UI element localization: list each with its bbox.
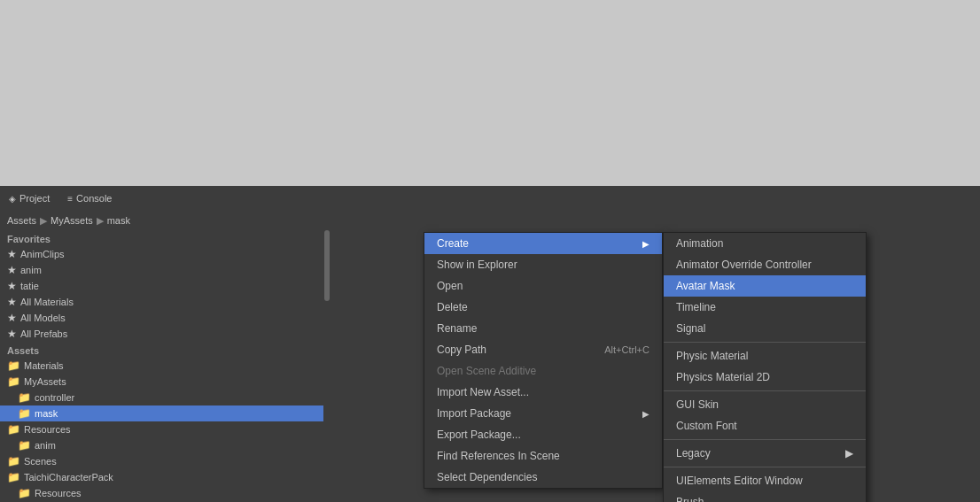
sidebar-item-controller[interactable]: 📁 controller — [0, 390, 328, 405]
sidebar-label-resources: Resources — [24, 424, 71, 435]
sidebar-item-anim[interactable]: ★ anim — [0, 262, 328, 278]
select-dependencies-label: Select Dependencies — [437, 471, 537, 483]
sidebar-item-myassets[interactable]: 📁 MyAssets — [0, 374, 328, 390]
sidebar-label-tatie: tatie — [20, 281, 39, 291]
tab-console-label: Console — [76, 193, 112, 204]
folder-icon: 📁 — [18, 439, 31, 452]
context-menu-select-dependencies[interactable]: Select Dependencies — [424, 467, 662, 488]
star-icon: ★ — [7, 312, 17, 324]
sidebar-label-all-models: All Models — [20, 313, 66, 323]
sidebar-item-animclips[interactable]: ★ AnimClips — [0, 246, 328, 262]
sidebar-item-resources[interactable]: 📁 Resources — [0, 421, 328, 437]
sidebar: Favorites ★ AnimClips ★ anim ★ tatie ★ A… — [0, 230, 328, 502]
breadcrumb-mask[interactable]: mask — [107, 215, 130, 226]
context-menu-create[interactable]: Create ▶ — [424, 233, 662, 254]
submenu-custom-font[interactable]: Custom Font — [664, 415, 866, 436]
legacy-arrow-icon: ▶ — [845, 447, 853, 460]
context-menu-import-package[interactable]: Import Package ▶ — [424, 403, 662, 424]
breadcrumb-sep1: ▶ — [40, 215, 47, 227]
sidebar-label-animclips: AnimClips — [20, 249, 65, 259]
sidebar-item-all-prefabs[interactable]: ★ All Prefabs — [0, 326, 328, 342]
folder-icon: 📁 — [18, 487, 31, 499]
folder-icon: 📁 — [7, 375, 20, 388]
submenu-arrow-icon: ▶ — [642, 239, 649, 249]
uielements-editor-label: UIElements Editor Window — [676, 475, 803, 487]
submenu-legacy[interactable]: Legacy ▶ — [664, 443, 866, 464]
context-menu-open[interactable]: Open — [424, 275, 662, 297]
project-tab-icon: ◈ — [9, 194, 16, 204]
breadcrumb-myassets[interactable]: MyAssets — [51, 215, 93, 226]
sidebar-item-resources2[interactable]: 📁 Resources — [0, 485, 328, 501]
context-menu-rename[interactable]: Rename — [424, 318, 662, 339]
create-label: Create — [437, 237, 469, 250]
export-package-label: Export Package... — [437, 429, 521, 441]
sidebar-label-scenes: Scenes — [24, 456, 57, 467]
context-menu-show-in-explorer[interactable]: Show in Explorer — [424, 254, 662, 275]
signal-label: Signal — [676, 322, 705, 335]
scroll-handle[interactable] — [323, 230, 331, 502]
sidebar-label-all-prefabs: All Prefabs — [20, 328, 67, 339]
copy-path-label: Copy Path — [437, 344, 486, 356]
submenu-separator-1 — [664, 342, 866, 343]
submenu-timeline[interactable]: Timeline — [664, 297, 866, 318]
sidebar-label-controller: controller — [35, 392, 74, 403]
context-menu-delete[interactable]: Delete — [424, 297, 662, 318]
sidebar-item-tatie[interactable]: ★ tatie — [0, 278, 328, 294]
breadcrumb-sep2: ▶ — [97, 215, 104, 227]
submenu-separator-4 — [664, 467, 866, 467]
scroll-thumb[interactable] — [324, 230, 330, 301]
submenu-physics-material-2d[interactable]: Physics Material 2D — [664, 367, 866, 388]
context-menu-export-package[interactable]: Export Package... — [424, 424, 662, 445]
submenu-gui-skin[interactable]: GUI Skin — [664, 394, 866, 415]
context-menu-import-new-asset[interactable]: Import New Asset... — [424, 382, 662, 403]
animation-label: Animation — [676, 237, 723, 250]
sidebar-item-all-models[interactable]: ★ All Models — [0, 310, 328, 326]
folder-icon: 📁 — [7, 359, 20, 372]
sidebar-item-taichipack[interactable]: 📁 TaichiCharacterPack — [0, 469, 328, 485]
sidebar-item-materials[interactable]: 📁 Materials — [0, 358, 328, 374]
submenu-uielements-editor[interactable]: UIElements Editor Window — [664, 470, 866, 491]
sidebar-label-anim2: anim — [35, 440, 56, 451]
context-menu-copy-path[interactable]: Copy Path Alt+Ctrl+C — [424, 339, 662, 360]
folder-icon: 📁 — [18, 391, 31, 404]
star-icon: ★ — [7, 280, 17, 292]
tab-project[interactable]: ◈ Project — [0, 186, 58, 211]
copy-path-shortcut: Alt+Ctrl+C — [604, 344, 649, 355]
submenu-animator-override[interactable]: Animator Override Controller — [664, 254, 866, 275]
import-new-asset-label: Import New Asset... — [437, 386, 529, 398]
animator-override-label: Animator Override Controller — [676, 259, 812, 271]
breadcrumb-assets[interactable]: Assets — [7, 215, 36, 226]
submenu-avatar-mask[interactable]: Avatar Mask — [664, 275, 866, 297]
delete-label: Delete — [437, 301, 468, 313]
gui-skin-label: GUI Skin — [676, 398, 719, 411]
tab-bar: ◈ Project ≡ Console Curves ◀ — [0, 186, 980, 211]
import-package-label: Import Package — [437, 407, 511, 420]
rename-label: Rename — [437, 322, 477, 335]
open-scene-additive-label: Open Scene Additive — [437, 365, 536, 377]
submenu-signal[interactable]: Signal — [664, 318, 866, 339]
console-tab-icon: ≡ — [67, 194, 73, 204]
find-references-label: Find References In Scene — [437, 450, 560, 462]
sidebar-item-scenes[interactable]: 📁 Scenes — [0, 453, 328, 469]
star-icon: ★ — [7, 296, 17, 308]
submenu-animation[interactable]: Animation — [664, 233, 866, 254]
star-icon: ★ — [7, 264, 17, 276]
folder-icon: 📁 — [7, 455, 20, 467]
sidebar-label-resources2: Resources — [35, 488, 82, 498]
context-menu: Create ▶ Show in Explorer Open Delete Re… — [424, 232, 663, 489]
tab-console[interactable]: ≡ Console — [58, 186, 121, 211]
sidebar-item-all-materials[interactable]: ★ All Materials — [0, 294, 328, 310]
sidebar-item-anim2[interactable]: 📁 anim — [0, 437, 328, 453]
sidebar-label-myassets: MyAssets — [24, 376, 66, 387]
sidebar-item-mask[interactable]: 📁 mask — [0, 405, 328, 421]
sidebar-label-anim: anim — [20, 265, 42, 275]
breadcrumb-bar: Assets ▶ MyAssets ▶ mask — [0, 211, 980, 230]
folder-icon: 📁 — [18, 407, 31, 420]
custom-font-label: Custom Font — [676, 420, 737, 432]
star-icon: ★ — [7, 248, 17, 260]
submenu-physic-material[interactable]: Physic Material — [664, 345, 866, 367]
context-menu-find-references[interactable]: Find References In Scene — [424, 445, 662, 467]
submenu-separator-3 — [664, 439, 866, 440]
physic-material-label: Physic Material — [676, 350, 748, 362]
submenu-brush[interactable]: Brush — [664, 491, 866, 502]
